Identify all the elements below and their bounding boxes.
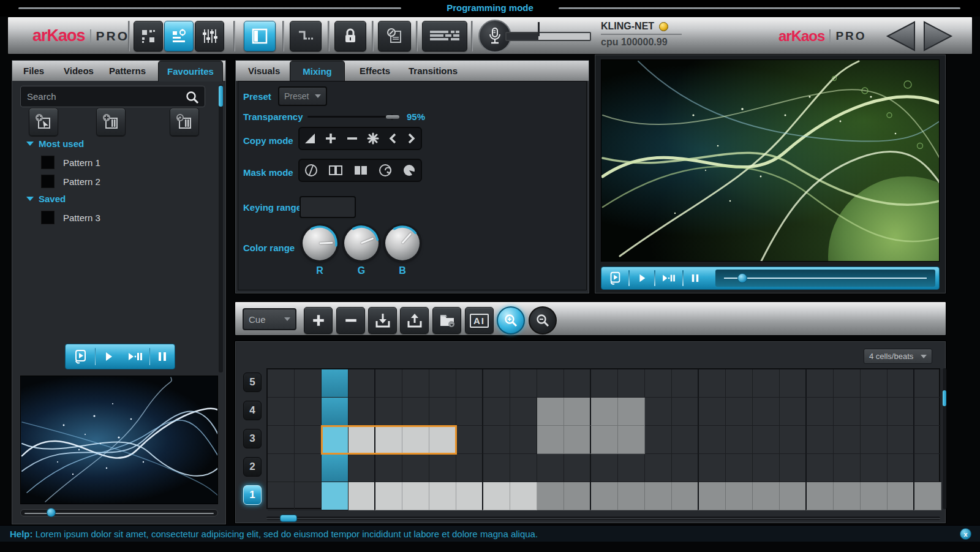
grid-cell[interactable]	[618, 398, 645, 426]
grid-cell[interactable]	[510, 426, 537, 454]
search-input[interactable]	[27, 89, 180, 104]
audio-gain-slider[interactable]	[505, 27, 597, 45]
cue-folder-button[interactable]	[432, 307, 461, 334]
lock-button[interactable]	[334, 21, 366, 51]
grid-vertical-scrollbar[interactable]	[943, 368, 946, 509]
grid-cell[interactable]	[564, 369, 591, 398]
grid-cell[interactable]	[888, 426, 914, 454]
grid-cell[interactable]	[510, 482, 537, 510]
grid-cell[interactable]	[888, 482, 914, 510]
grid-cell[interactable]	[268, 398, 295, 426]
grid-vscroll-thumb[interactable]	[943, 390, 946, 406]
grid-cell[interactable]	[482, 482, 510, 510]
mixer-mode-button[interactable]	[195, 21, 224, 51]
grid-cell[interactable]	[374, 369, 402, 398]
grid-cell[interactable]	[374, 482, 402, 510]
grid-cell[interactable]	[590, 454, 618, 482]
grid-cell[interactable]	[268, 454, 295, 482]
plus-icon[interactable]	[325, 132, 337, 145]
grid-cell[interactable]	[672, 454, 699, 482]
grid-cell[interactable]	[295, 454, 322, 482]
color-range-knob-b[interactable]: B	[385, 226, 420, 278]
grid-cell[interactable]	[780, 454, 807, 482]
pie-wipe-icon[interactable]	[402, 163, 417, 178]
grid-cell[interactable]	[482, 369, 510, 398]
grid-cell[interactable]	[429, 426, 456, 454]
close-help-button[interactable]: x	[960, 528, 971, 540]
prev-page-button[interactable]	[883, 21, 919, 51]
grid-cell[interactable]	[861, 482, 888, 510]
row-label-1[interactable]: 1	[243, 485, 262, 505]
grid-cell[interactable]	[268, 426, 295, 454]
save-cue-button[interactable]	[368, 307, 397, 334]
grid-cell[interactable]	[698, 369, 726, 398]
tab-visuals[interactable]: Visuals	[242, 61, 286, 81]
grid-cell[interactable]	[913, 398, 941, 426]
grid-cell[interactable]	[645, 369, 672, 398]
triangle-icon[interactable]	[304, 132, 316, 145]
tree-group-saved[interactable]: Saved	[26, 194, 66, 204]
cells-per-beat-dropdown[interactable]: 4 cells/beats	[864, 349, 932, 364]
output-window-button[interactable]	[244, 21, 276, 51]
grid-cell[interactable]	[913, 426, 941, 454]
cue-dropdown[interactable]: Cue	[243, 308, 296, 330]
step-sequence-button[interactable]	[290, 21, 322, 51]
chevron-left-icon[interactable]	[388, 132, 398, 145]
grid-cell[interactable]	[805, 482, 834, 510]
next-page-button[interactable]	[919, 21, 956, 51]
grid-cell[interactable]	[888, 454, 914, 482]
grid-cell[interactable]	[322, 426, 349, 454]
grid-cell[interactable]	[780, 369, 807, 398]
grid-cell[interactable]	[268, 369, 295, 398]
grid-cell[interactable]	[349, 454, 375, 482]
play-pause-button[interactable]	[655, 267, 682, 289]
grid-cell[interactable]	[322, 454, 349, 482]
tab-effects[interactable]: Effects	[353, 61, 396, 81]
remove-cue-button[interactable]	[336, 307, 365, 334]
minus-icon[interactable]	[346, 132, 358, 145]
grid-cell[interactable]	[349, 369, 375, 398]
grid-cell[interactable]	[537, 426, 564, 454]
play-button[interactable]	[96, 344, 121, 369]
tab-patterns[interactable]: Patterns	[103, 61, 152, 81]
grid-cell[interactable]	[753, 398, 780, 426]
grid-cell[interactable]	[349, 426, 375, 454]
programming-mode-button[interactable]	[164, 21, 194, 51]
grid-cell[interactable]	[834, 398, 861, 426]
keying-range-input[interactable]	[300, 196, 356, 218]
grid-cell[interactable]	[698, 482, 726, 510]
grid-cell[interactable]	[590, 398, 618, 426]
grid-cell[interactable]	[780, 398, 807, 426]
grid-cell[interactable]	[295, 482, 322, 510]
grid-cell[interactable]	[482, 454, 510, 482]
row-label-4[interactable]: 4	[243, 401, 262, 420]
grid-cell[interactable]	[564, 398, 591, 426]
grid-cell[interactable]	[537, 454, 564, 482]
grid-cell[interactable]	[456, 482, 483, 510]
grid-cell[interactable]	[753, 454, 780, 482]
grid-cell[interactable]	[672, 426, 699, 454]
grid-cell[interactable]	[456, 398, 483, 426]
grid-cell[interactable]	[913, 454, 941, 482]
row-label-2[interactable]: 2	[243, 457, 262, 477]
split-outline-icon[interactable]	[328, 163, 344, 178]
chevron-right-icon[interactable]	[407, 132, 417, 145]
grid-cell[interactable]	[429, 482, 456, 510]
grid-cell[interactable]	[805, 369, 834, 398]
grid-cell[interactable]	[322, 369, 349, 398]
grid-cell[interactable]	[834, 454, 861, 482]
tab-favourites[interactable]: Favourites	[158, 61, 223, 81]
audio-gain-handle[interactable]	[538, 22, 540, 36]
color-range-knob-r[interactable]: R	[303, 226, 337, 278]
grid-cell[interactable]	[590, 426, 618, 454]
rename-cue-button[interactable]: AI	[465, 307, 494, 334]
grid-cell[interactable]	[780, 426, 807, 454]
add-selection-button[interactable]	[29, 108, 58, 136]
color-range-knob-g[interactable]: G	[344, 226, 379, 278]
grid-cell[interactable]	[834, 369, 861, 398]
grid-cell[interactable]	[482, 398, 510, 426]
asterisk-icon[interactable]	[367, 132, 379, 145]
grid-cell[interactable]	[726, 426, 753, 454]
notes-button[interactable]	[378, 21, 411, 51]
transparency-handle[interactable]	[386, 115, 399, 119]
